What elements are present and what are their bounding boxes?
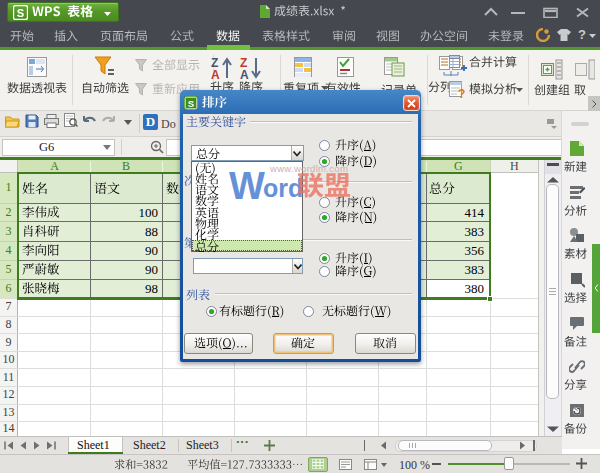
- svg-text:S: S: [17, 7, 24, 19]
- svg-text:?: ?: [458, 87, 465, 99]
- svg-text:S: S: [188, 97, 194, 108]
- svg-text:A: A: [211, 68, 220, 80]
- svg-text:A: A: [240, 68, 249, 80]
